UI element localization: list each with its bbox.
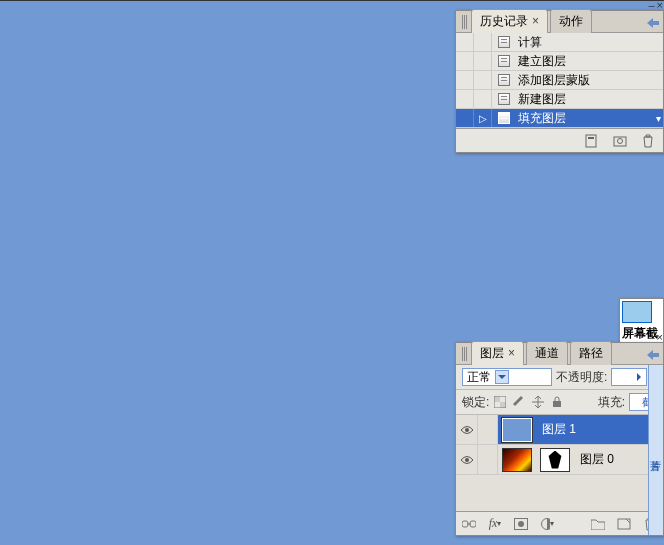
history-brush-col[interactable]: [474, 52, 492, 70]
layer-visibility-toggle[interactable]: [456, 415, 478, 444]
history-snapshot-col[interactable]: [456, 90, 474, 108]
lock-fill-row: 锁定: 填充: 截: [456, 390, 663, 415]
layer-style-button[interactable]: fx▾: [488, 517, 502, 531]
svg-rect-5: [500, 402, 506, 408]
chevron-down-icon: [495, 370, 509, 384]
history-step-icon: [496, 35, 512, 49]
opacity-label: 不透明度:: [556, 369, 607, 386]
history-item-label: 填充图层: [516, 110, 653, 127]
tab-actions[interactable]: 动作: [550, 9, 592, 33]
layer-thumbnail[interactable]: [502, 448, 532, 472]
layers-panel-body: 正常 不透明度: 锁定: 填充: 截: [456, 365, 663, 535]
history-item-label: 建立图层: [516, 53, 663, 70]
history-item-label: 新建图层: [516, 91, 663, 108]
history-item-label: 添加图层蒙版: [516, 72, 663, 89]
svg-point-14: [518, 521, 524, 527]
tab-channels[interactable]: 通道: [526, 341, 568, 365]
history-item[interactable]: ▷ 填充图层 ▾: [456, 109, 663, 128]
history-snapshot-col[interactable]: [456, 33, 474, 51]
tab-close-icon[interactable]: ×: [532, 14, 539, 28]
history-item[interactable]: 添加图层蒙版: [456, 71, 663, 90]
svg-point-3: [618, 138, 623, 143]
history-step-icon: [496, 73, 512, 87]
close-button[interactable]: ×: [657, 0, 663, 11]
screenshot-thumb: [622, 301, 652, 323]
layer-name[interactable]: 图层 0: [574, 451, 614, 468]
delete-state-button[interactable]: [641, 134, 655, 148]
tab-close-icon[interactable]: ×: [508, 346, 515, 360]
side-tab[interactable]: 片蓍: [648, 365, 663, 535]
history-brush-col[interactable]: ▷: [474, 109, 492, 127]
history-step-icon: [496, 54, 512, 68]
history-snapshot-col[interactable]: [456, 109, 474, 127]
history-panel: – × 历史记录× 动作 计算 建立图层: [455, 10, 664, 153]
tab-history-label: 历史记录: [480, 14, 528, 28]
history-step-icon: [496, 92, 512, 106]
layers-panel: – × 图层× 通道 路径 正常 不透明度: 锁定:: [455, 342, 664, 536]
tab-paths[interactable]: 路径: [570, 341, 612, 365]
eye-icon: [460, 455, 474, 465]
layer-link-col[interactable]: [478, 415, 498, 444]
lock-all-button[interactable]: [550, 395, 564, 409]
history-brush-col[interactable]: [474, 33, 492, 51]
layer-link-col[interactable]: [478, 445, 498, 474]
layer-row[interactable]: 图层 1: [456, 415, 663, 445]
svg-rect-0: [586, 135, 596, 147]
svg-point-8: [465, 428, 469, 432]
layer-row[interactable]: 图层 0: [456, 445, 663, 475]
minimize-button[interactable]: –: [648, 0, 654, 11]
eye-icon: [460, 425, 474, 435]
panel-menu-button[interactable]: [647, 349, 659, 363]
layer-thumbnail[interactable]: [502, 418, 532, 442]
layer-name[interactable]: 图层 1: [536, 421, 576, 438]
history-snapshot-col[interactable]: [456, 52, 474, 70]
new-snapshot-button[interactable]: [613, 134, 627, 148]
svg-rect-1: [588, 137, 594, 139]
history-toolbar: [456, 128, 663, 152]
add-mask-button[interactable]: [514, 517, 528, 531]
history-item[interactable]: 建立图层: [456, 52, 663, 71]
history-brush-col[interactable]: [474, 71, 492, 89]
grip-handle[interactable]: [462, 347, 467, 361]
layers-toolbar: fx▾ ▾: [456, 511, 663, 535]
history-list: 计算 建立图层 添加图层蒙版 新建图层 ▷: [456, 33, 663, 152]
new-document-from-state-button[interactable]: [585, 134, 599, 148]
history-snapshot-col[interactable]: [456, 71, 474, 89]
close-button[interactable]: ×: [657, 331, 663, 343]
lock-position-button[interactable]: [531, 395, 545, 409]
tab-history[interactable]: 历史记录×: [471, 9, 548, 33]
link-layers-button[interactable]: [462, 517, 476, 531]
layer-mask-thumbnail[interactable]: [540, 448, 570, 472]
history-step-icon: [496, 111, 512, 125]
svg-rect-7: [553, 401, 561, 407]
layer-visibility-toggle[interactable]: [456, 445, 478, 474]
fill-label: 填充:: [598, 394, 625, 411]
panel-menu-button[interactable]: [647, 17, 659, 31]
blend-mode-select[interactable]: 正常: [462, 368, 552, 386]
lock-icons-group: [493, 395, 564, 409]
new-layer-button[interactable]: [617, 517, 631, 531]
history-item[interactable]: 计算: [456, 33, 663, 52]
tab-paths-label: 路径: [579, 346, 603, 360]
tab-channels-label: 通道: [535, 346, 559, 360]
history-brush-col[interactable]: [474, 90, 492, 108]
lock-transparency-button[interactable]: [493, 395, 507, 409]
lock-pixels-button[interactable]: [512, 395, 526, 409]
tab-layers[interactable]: 图层×: [471, 341, 524, 365]
tab-layers-label: 图层: [480, 346, 504, 360]
minimize-button[interactable]: –: [648, 331, 654, 343]
panel-window-controls: – ×: [648, 331, 663, 343]
opacity-field[interactable]: [611, 368, 647, 386]
adjustment-layer-button[interactable]: ▾: [540, 517, 554, 531]
new-group-button[interactable]: [591, 517, 605, 531]
layer-list: 图层 1 图层 0: [456, 415, 663, 511]
history-item[interactable]: 新建图层: [456, 90, 663, 109]
history-panel-header: 历史记录× 动作: [456, 11, 663, 33]
layers-panel-header: 图层× 通道 路径: [456, 343, 663, 365]
blend-mode-value: 正常: [467, 369, 491, 386]
history-item-label: 计算: [516, 34, 663, 51]
svg-point-9: [465, 458, 469, 462]
svg-rect-4: [494, 396, 500, 402]
chevron-right-icon: ▾: [653, 113, 663, 124]
grip-handle[interactable]: [462, 15, 467, 29]
